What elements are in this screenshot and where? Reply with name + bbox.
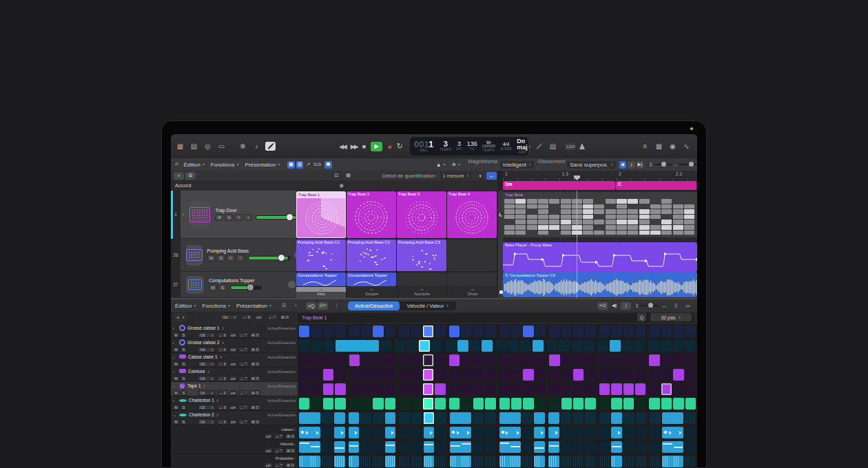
step-cell[interactable] [461, 369, 471, 381]
row-stepper-icon[interactable]: ⇕ [222, 326, 225, 330]
scene-trigger[interactable]: ︿Intro [296, 287, 346, 298]
step-cell[interactable] [399, 383, 409, 395]
step-cell[interactable] [561, 326, 572, 337]
step-cell[interactable] [310, 412, 321, 424]
sequencer-row-header[interactable]: Vélocité :«⊳⌄ ⌃⊞ ⊡ [171, 440, 298, 454]
subrow-rotate-icons[interactable]: «⊳ [265, 434, 273, 439]
step-cell[interactable] [622, 340, 633, 352]
row-rate-select[interactable]: /16⇕ [198, 347, 216, 352]
step-cell[interactable] [457, 340, 468, 352]
step-cell[interactable] [522, 412, 533, 424]
step-cell[interactable] [299, 427, 310, 438]
step-cell[interactable] [461, 427, 472, 438]
step-cell[interactable] [399, 427, 410, 438]
step-cell[interactable] [533, 340, 544, 352]
step-cell[interactable] [395, 340, 406, 352]
step-cell[interactable] [435, 326, 445, 337]
s-button[interactable]: S [180, 376, 187, 381]
step-cell[interactable] [499, 369, 510, 381]
s-button[interactable]: S [180, 347, 187, 352]
step-cell[interactable] [673, 441, 684, 453]
step-cell[interactable] [673, 383, 683, 395]
step-cell[interactable] [573, 369, 583, 381]
sequencer-row-header[interactable]: Liaison :«⊳⌄ ⌃⊞ ⊡ [171, 425, 298, 440]
step-cell[interactable] [634, 340, 645, 352]
bar-ruler[interactable]: 11.322.3 [503, 171, 697, 181]
step-cell[interactable] [549, 369, 559, 381]
step-cell[interactable] [299, 383, 309, 395]
step-cell[interactable] [311, 354, 321, 366]
step-cell[interactable] [299, 412, 310, 424]
row-direction-select[interactable]: → ⇕ [217, 332, 228, 338]
play-button[interactable]: ▶ [371, 142, 382, 151]
step-cell[interactable] [649, 326, 659, 337]
cell-phase-icon[interactable]: ◑ [475, 172, 485, 180]
step-cell[interactable] [399, 326, 409, 337]
step-cell[interactable] [449, 369, 459, 381]
m-button[interactable]: M [207, 255, 216, 262]
step-cell[interactable] [423, 383, 433, 395]
step-cell[interactable] [411, 326, 422, 337]
chord-record-icon[interactable]: ◉ [339, 182, 344, 189]
step-cell[interactable] [399, 441, 410, 453]
mixer-icon[interactable]: ▤ [189, 142, 199, 151]
step-cell[interactable] [299, 354, 309, 366]
step-cell[interactable] [623, 354, 634, 366]
step-cell[interactable] [373, 456, 384, 467]
step-cell[interactable] [473, 326, 484, 337]
grid-view-icon[interactable]: ▦ [287, 161, 294, 169]
step-cell[interactable] [499, 354, 510, 366]
step-cell[interactable] [485, 326, 495, 337]
step-cell[interactable] [585, 412, 596, 424]
m-button[interactable]: M [215, 214, 223, 221]
step-cell[interactable] [473, 427, 484, 438]
row-rotate-icons[interactable]: «⊳ [229, 419, 238, 425]
step-cell[interactable] [611, 456, 622, 467]
count-in-button[interactable]: 1234 [565, 143, 576, 150]
step-cell[interactable] [399, 369, 409, 381]
step-cell[interactable] [385, 427, 396, 438]
portrait-icon[interactable]: ▯ [671, 302, 681, 310]
step-cell[interactable] [399, 398, 409, 410]
step-cell[interactable] [661, 369, 672, 381]
step-cell[interactable] [650, 427, 661, 438]
volume-knob[interactable] [287, 214, 293, 220]
lcd-chevron-icon[interactable]: ▾ [529, 145, 531, 149]
step-cell[interactable] [522, 456, 533, 467]
step-cell[interactable] [334, 456, 345, 467]
step-cell[interactable] [523, 383, 533, 395]
step-cell[interactable] [662, 427, 673, 438]
r-button[interactable]: R [227, 255, 235, 262]
step-cell[interactable] [423, 354, 433, 366]
step-cell[interactable] [673, 456, 684, 467]
step-cell[interactable] [572, 441, 583, 453]
step-cell[interactable] [473, 383, 484, 395]
step-cell[interactable] [399, 412, 410, 424]
step-cell[interactable] [323, 383, 333, 395]
step-cell[interactable] [561, 383, 572, 395]
playhead-handle[interactable] [574, 176, 580, 180]
midi-in-icon[interactable]: ×⊙ [597, 302, 608, 310]
loop-cell[interactable]: Pumping Acid Bass C2 [347, 240, 396, 271]
row-octave-icons[interactable]: ⌄ ⌃ [238, 347, 249, 352]
step-cell[interactable] [361, 398, 371, 410]
step-cell[interactable] [623, 383, 634, 395]
step-cell[interactable] [649, 383, 659, 395]
step-cell[interactable] [347, 340, 358, 352]
rewind-button[interactable]: ◀◀ [339, 143, 346, 150]
step-cell[interactable] [373, 427, 384, 438]
step-cell[interactable] [611, 412, 622, 424]
step-cell[interactable] [611, 326, 621, 337]
step-cell[interactable] [473, 354, 484, 366]
step-cell[interactable] [423, 369, 433, 381]
step-cell[interactable] [673, 412, 684, 424]
step-cell[interactable] [419, 340, 430, 352]
step-cell[interactable] [411, 398, 422, 410]
step-cell[interactable] [349, 456, 360, 467]
row-edit-icons[interactable]: ⊞ ⊡ [250, 390, 260, 396]
stop-all-icon[interactable] [499, 290, 503, 294]
disclosure-icon[interactable]: › [182, 211, 184, 217]
step-cell[interactable] [661, 398, 672, 410]
empty-cell[interactable] [397, 273, 446, 286]
pattern-rate-select[interactable]: /16⇕ [220, 315, 238, 320]
